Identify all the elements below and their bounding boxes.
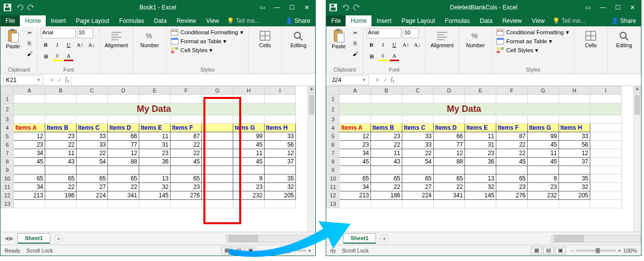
page-layout-view-icon[interactable]: ▤ bbox=[233, 247, 244, 255]
sheet-tab[interactable]: Sheet1 bbox=[343, 233, 376, 244]
page-layout-view-icon[interactable]: ▤ bbox=[543, 247, 554, 255]
data-cell[interactable]: 23 bbox=[14, 141, 45, 149]
data-cell[interactable] bbox=[202, 149, 233, 158]
data-cell[interactable]: 65 bbox=[371, 174, 402, 183]
data-cell[interactable]: 276 bbox=[496, 191, 528, 200]
header-cell[interactable] bbox=[202, 124, 233, 132]
column-header[interactable]: H bbox=[559, 87, 590, 95]
copy-icon[interactable]: ⎘ bbox=[24, 39, 34, 48]
tab-view[interactable]: View bbox=[201, 15, 224, 26]
format-as-table-button[interactable]: Format as Table▾ bbox=[495, 37, 571, 45]
data-cell[interactable]: 45 bbox=[14, 158, 45, 166]
header-cell[interactable]: Items B bbox=[45, 124, 77, 132]
font-name-select[interactable]: Arial bbox=[41, 28, 76, 38]
data-cell[interactable] bbox=[202, 141, 233, 149]
column-header[interactable]: G bbox=[528, 87, 559, 95]
data-cell[interactable]: 11 bbox=[528, 149, 559, 158]
data-cell[interactable]: 22 bbox=[77, 149, 108, 158]
data-cell[interactable]: 54 bbox=[77, 158, 108, 166]
row-header[interactable]: 6 bbox=[1, 141, 14, 149]
zoom-out-icon[interactable]: − bbox=[571, 248, 574, 254]
header-cell[interactable]: Items C bbox=[77, 124, 108, 132]
cut-icon[interactable]: ✂ bbox=[350, 28, 360, 37]
row-header[interactable]: 5 bbox=[1, 132, 14, 141]
data-cell[interactable]: 35 bbox=[265, 174, 296, 183]
number-button[interactable]: % Number bbox=[462, 28, 489, 50]
header-cell[interactable]: Items D bbox=[434, 124, 465, 132]
data-cell[interactable]: 36 bbox=[465, 158, 496, 166]
paste-button[interactable]: Paste bbox=[329, 28, 348, 58]
font-size-select[interactable]: 10 bbox=[77, 28, 93, 38]
row-header[interactable]: 6 bbox=[327, 141, 340, 149]
data-cell[interactable] bbox=[171, 166, 202, 174]
data-cell[interactable]: 33 bbox=[265, 132, 296, 141]
data-cell[interactable]: 45 bbox=[233, 158, 265, 166]
ribbon-display-icon[interactable]: ▭ bbox=[257, 4, 268, 11]
conditional-formatting-button[interactable]: Conditional Formatting▾ bbox=[495, 28, 571, 36]
data-cell[interactable] bbox=[465, 166, 496, 174]
cancel-formula-icon[interactable]: ✕ bbox=[375, 77, 380, 84]
row-header[interactable]: 9 bbox=[1, 166, 14, 174]
column-header[interactable]: E bbox=[139, 87, 171, 95]
sheet-nav-next-icon[interactable]: ▶ bbox=[9, 235, 13, 242]
column-header[interactable]: G bbox=[202, 87, 233, 95]
title-cell[interactable]: My Data bbox=[14, 103, 296, 115]
tab-insert[interactable]: Insert bbox=[371, 15, 396, 26]
data-cell[interactable]: 22 bbox=[108, 183, 139, 191]
data-cell[interactable]: 11 bbox=[139, 132, 171, 141]
bold-button[interactable]: B bbox=[41, 40, 51, 50]
data-cell[interactable]: 34 bbox=[340, 149, 371, 158]
row-header[interactable]: 7 bbox=[1, 149, 14, 158]
format-painter-icon[interactable]: 🖌 bbox=[350, 49, 360, 58]
page-break-view-icon[interactable]: ▣ bbox=[245, 247, 256, 255]
data-cell[interactable]: 13 bbox=[465, 174, 496, 183]
data-cell[interactable] bbox=[45, 166, 77, 174]
data-cell[interactable]: 88 bbox=[108, 158, 139, 166]
row-header[interactable]: 8 bbox=[1, 158, 14, 166]
data-cell[interactable]: 22 bbox=[434, 183, 465, 191]
name-box[interactable]: J24▼ bbox=[329, 75, 369, 85]
borders-icon[interactable]: ⊞ bbox=[41, 51, 51, 61]
minimize-icon[interactable]: — bbox=[272, 4, 282, 11]
vertical-scrollbar[interactable]: ▲ bbox=[633, 86, 641, 232]
column-header[interactable]: H bbox=[233, 87, 265, 95]
maximize-icon[interactable]: ☐ bbox=[286, 4, 297, 11]
data-cell[interactable]: 23 bbox=[340, 141, 371, 149]
tab-file[interactable]: File bbox=[0, 15, 20, 26]
zoom-slider[interactable] bbox=[576, 250, 616, 252]
data-cell[interactable] bbox=[590, 158, 622, 166]
data-cell[interactable] bbox=[371, 166, 402, 174]
close-icon[interactable]: ✕ bbox=[301, 4, 312, 11]
bold-button[interactable]: B bbox=[367, 40, 376, 50]
data-cell[interactable]: 32 bbox=[559, 183, 590, 191]
tab-home[interactable]: Home bbox=[20, 15, 46, 26]
decrease-font-icon[interactable]: A↓ bbox=[87, 40, 96, 50]
share-button[interactable]: 👤Share bbox=[280, 15, 315, 26]
row-header[interactable]: 5 bbox=[327, 132, 340, 141]
tab-view[interactable]: View bbox=[527, 15, 550, 26]
data-cell[interactable] bbox=[233, 166, 265, 174]
data-cell[interactable]: 65 bbox=[171, 174, 202, 183]
data-cell[interactable] bbox=[77, 166, 108, 174]
data-cell[interactable]: 45 bbox=[528, 141, 559, 149]
column-header[interactable]: D bbox=[434, 87, 465, 95]
data-cell[interactable]: 12 bbox=[559, 149, 590, 158]
maximize-icon[interactable]: ☐ bbox=[612, 4, 623, 11]
data-cell[interactable]: 23 bbox=[233, 183, 265, 191]
normal-view-icon[interactable]: ▦ bbox=[531, 247, 542, 255]
data-cell[interactable]: 65 bbox=[434, 174, 465, 183]
zoom-in-icon[interactable]: + bbox=[618, 248, 621, 254]
data-cell[interactable]: 33 bbox=[77, 132, 108, 141]
data-cell[interactable]: 45 bbox=[528, 158, 559, 166]
data-cell[interactable] bbox=[202, 174, 233, 183]
formula-input[interactable] bbox=[397, 75, 641, 85]
data-cell[interactable]: 23 bbox=[139, 149, 171, 158]
normal-view-icon[interactable]: ▦ bbox=[221, 247, 232, 255]
format-as-table-button[interactable]: Format as Table▾ bbox=[170, 37, 245, 45]
row-header[interactable]: 12 bbox=[327, 191, 340, 200]
data-cell[interactable]: 33 bbox=[402, 132, 434, 141]
row-header[interactable]: 1 bbox=[1, 95, 14, 103]
data-cell[interactable]: 23 bbox=[371, 132, 402, 141]
data-cell[interactable] bbox=[202, 132, 233, 141]
font-color-icon[interactable]: A bbox=[389, 51, 399, 61]
